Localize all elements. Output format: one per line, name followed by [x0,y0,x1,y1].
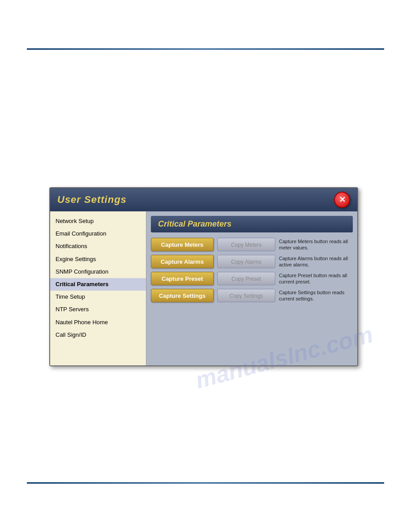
sidebar: Network Setup Email Configuration Notifi… [50,211,146,365]
copy-alarms-button[interactable]: Copy Alarms [217,255,275,268]
capture-meters-row: Capture Meters Copy Meters Capture Meter… [151,238,353,251]
sidebar-item-exgine-settings[interactable]: Exgine Settings [50,253,146,266]
dialog-title: User Settings [57,194,127,206]
sidebar-item-time-setup[interactable]: Time Setup [50,291,146,303]
copy-meters-button[interactable]: Copy Meters [217,238,275,251]
sidebar-item-email-configuration[interactable]: Email Configuration [50,227,146,240]
sidebar-item-ntp-servers[interactable]: NTP Servers [50,303,146,316]
top-decorative-line [27,48,384,50]
sidebar-item-nautel-phone-home[interactable]: Nautel Phone Home [50,316,146,329]
sidebar-item-network-setup[interactable]: Network Setup [50,215,146,227]
capture-meters-description: Capture Meters button reads all meter va… [279,238,353,251]
main-content: Critical Parameters Capture Meters Copy … [146,211,357,365]
user-settings-dialog: User Settings ✕ Network Setup Email Conf… [49,187,358,366]
capture-preset-description: Capture Preset button reads all current … [279,272,353,285]
sidebar-item-critical-parameters[interactable]: Critical Parameters [50,278,146,291]
capture-alarms-button[interactable]: Capture Alarms [151,255,214,268]
capture-settings-row: Capture Settings Copy Settings Capture S… [151,289,353,302]
capture-meters-button[interactable]: Capture Meters [151,238,214,251]
close-button[interactable]: ✕ [334,192,350,208]
bottom-decorative-line [27,482,384,484]
sidebar-item-snmp-configuration[interactable]: SNMP Configuration [50,266,146,278]
dialog-titlebar: User Settings ✕ [50,188,357,211]
capture-preset-button[interactable]: Capture Preset [151,272,214,285]
sidebar-item-call-sign-id[interactable]: Call Sign/ID [50,329,146,341]
capture-preset-row: Capture Preset Copy Preset Capture Prese… [151,272,353,285]
section-header: Critical Parameters [151,216,353,232]
capture-alarms-description: Capture Alarms button reads all active a… [279,255,353,268]
dialog-body: Network Setup Email Configuration Notifi… [50,211,357,365]
copy-preset-button[interactable]: Copy Preset [217,272,275,285]
capture-settings-button[interactable]: Capture Settings [151,289,214,302]
sidebar-item-notifications[interactable]: Notifications [50,240,146,253]
capture-alarms-row: Capture Alarms Copy Alarms Capture Alarm… [151,255,353,268]
copy-settings-button[interactable]: Copy Settings [217,289,275,302]
capture-settings-description: Capture Settings button reads current se… [279,289,353,302]
